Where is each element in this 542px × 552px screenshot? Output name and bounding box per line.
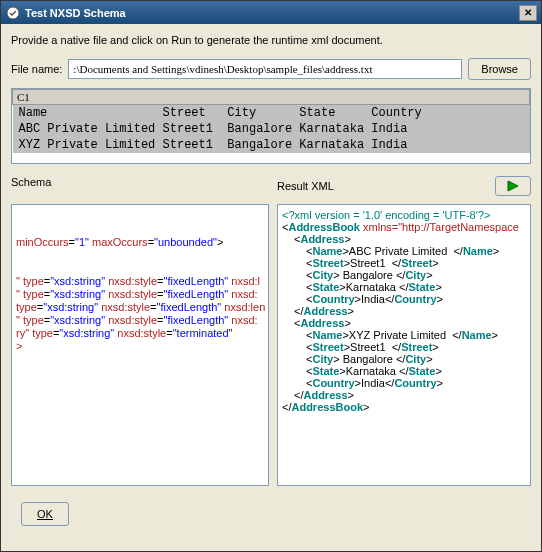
browse-button[interactable]: Browse xyxy=(468,58,531,80)
result-xml-label: Result XML xyxy=(277,180,334,192)
close-button[interactable]: ✕ xyxy=(519,5,537,21)
data-preview-grid[interactable]: C1 Name Street City State Country ABC Pr… xyxy=(11,88,531,164)
ok-button[interactable]: OK xyxy=(21,502,69,526)
app-icon xyxy=(5,5,21,21)
titlebar: Test NXSD Schema ✕ xyxy=(1,1,541,24)
run-button[interactable] xyxy=(495,176,531,196)
file-name-label: File name: xyxy=(11,63,62,75)
instruction-text: Provide a native file and click on Run t… xyxy=(11,34,531,46)
test-nxsd-schema-window: Test NXSD Schema ✕ Provide a native file… xyxy=(0,0,542,552)
play-icon xyxy=(506,180,520,192)
table-row: ABC Private Limited Street1 Bangalore Ka… xyxy=(13,121,530,137)
schema-label: Schema xyxy=(11,176,269,196)
grid-column-header: C1 xyxy=(13,90,530,105)
window-title: Test NXSD Schema xyxy=(25,7,519,19)
content-area: Provide a native file and click on Run t… xyxy=(1,24,541,551)
schema-panel[interactable]: minOccurs="1" maxOccurs="unbounded"> " t… xyxy=(11,204,269,486)
table-row: Name Street City State Country xyxy=(13,105,530,122)
file-name-input[interactable] xyxy=(68,59,462,79)
table-row: XYZ Private Limited Street1 Bangalore Ka… xyxy=(13,137,530,153)
result-xml-panel[interactable]: <?xml version = '1.0' encoding = 'UTF-8'… xyxy=(277,204,531,486)
file-row: File name: Browse xyxy=(11,58,531,80)
